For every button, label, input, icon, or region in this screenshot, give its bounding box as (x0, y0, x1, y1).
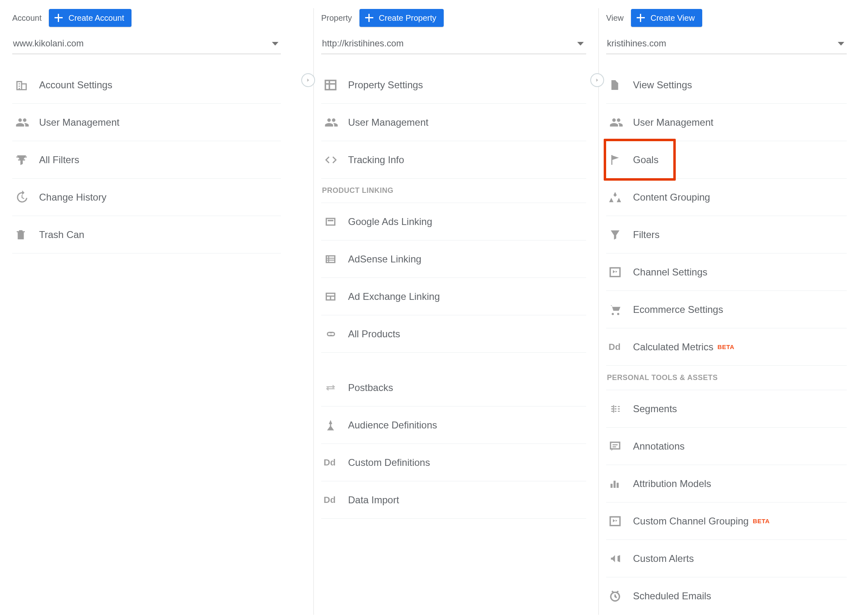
view-column-title: View (606, 13, 624, 23)
nav-label: Ecommerce Settings (633, 304, 723, 315)
nav-google-ads-linking[interactable]: Google Ads Linking (321, 203, 586, 240)
nav-label: Property Settings (348, 79, 423, 91)
channel-icon (609, 515, 633, 528)
nav-label: View Settings (633, 79, 692, 91)
flag-icon (609, 153, 633, 166)
grouping-icon (609, 190, 633, 204)
channel-icon (609, 266, 633, 279)
cart-icon (609, 303, 633, 316)
people-icon (609, 116, 633, 129)
nav-view-filters[interactable]: Filters (606, 216, 847, 253)
svg-rect-3 (326, 218, 335, 225)
property-column: Property Create Property http://kristihi… (313, 8, 586, 615)
view-selector[interactable]: kristihines.com (606, 34, 847, 54)
dd-icon: Dd (609, 342, 633, 352)
annotation-icon (609, 440, 633, 452)
nav-account-user-management[interactable]: User Management (12, 104, 281, 141)
nav-channel-settings[interactable]: Channel Settings (606, 253, 847, 291)
section-product-linking: PRODUCT LINKING (321, 179, 586, 203)
caret-down-icon (272, 42, 278, 46)
nav-label: Annotations (633, 441, 685, 452)
nav-label: Segments (633, 403, 677, 415)
nav-ad-exchange-linking[interactable]: Ad Exchange Linking (321, 278, 586, 315)
account-selector[interactable]: www.kikolani.com (12, 34, 281, 54)
nav-label: User Management (633, 117, 713, 128)
svg-rect-0 (325, 80, 336, 90)
nav-all-products[interactable]: All Products (321, 315, 586, 353)
create-property-button[interactable]: Create Property (359, 9, 444, 27)
plus-icon (364, 13, 374, 23)
svg-rect-16 (610, 268, 620, 276)
create-account-button[interactable]: Create Account (49, 9, 131, 27)
nav-view-user-management[interactable]: User Management (606, 104, 847, 141)
link-icon (324, 330, 348, 339)
arrows-icon (324, 382, 348, 394)
nav-scheduled-emails[interactable]: Scheduled Emails (606, 577, 847, 615)
property-column-title: Property (321, 13, 352, 23)
property-selector[interactable]: http://kristihines.com (321, 34, 586, 54)
nav-label: Trash Can (39, 229, 84, 240)
nav-account-settings[interactable]: Account Settings (12, 66, 281, 104)
svg-rect-23 (617, 483, 619, 488)
people-icon (15, 116, 39, 129)
nav-data-import[interactable]: Dd Data Import (321, 481, 586, 519)
nav-label: Postbacks (348, 382, 393, 393)
create-property-label: Create Property (379, 13, 436, 23)
nav-label: Attribution Models (633, 478, 711, 489)
audience-icon (324, 418, 348, 432)
expand-arrow-icon (590, 73, 604, 87)
nav-label: Calculated Metrics (633, 341, 713, 353)
account-column: Account Create Account www.kikolani.com … (12, 8, 281, 615)
nav-label: Audience Definitions (348, 419, 437, 431)
svg-rect-22 (613, 481, 615, 488)
funnel-icon (609, 228, 633, 241)
svg-rect-24 (610, 517, 620, 525)
nav-attribution-models[interactable]: Attribution Models (606, 465, 847, 502)
nav-view-settings[interactable]: View Settings (606, 66, 847, 104)
clock-icon (609, 590, 633, 603)
nav-audience-definitions[interactable]: Audience Definitions (321, 406, 586, 444)
nav-label: All Filters (39, 154, 79, 166)
funnel-icon (15, 153, 39, 167)
dd-icon: Dd (324, 457, 348, 468)
svg-rect-15 (329, 333, 333, 335)
nav-calculated-metrics[interactable]: Dd Calculated Metrics BETA (606, 328, 847, 366)
nav-label: Ad Exchange Linking (348, 291, 440, 302)
nav-custom-definitions[interactable]: Dd Custom Definitions (321, 444, 586, 481)
nav-label: Change History (39, 192, 106, 203)
nav-segments[interactable]: Segments (606, 390, 847, 428)
layout-icon (324, 78, 348, 92)
dd-icon: Dd (324, 495, 348, 505)
nav-property-user-management[interactable]: User Management (321, 104, 586, 141)
nav-account-trash-can[interactable]: Trash Can (12, 216, 281, 253)
nav-account-change-history[interactable]: Change History (12, 179, 281, 216)
nav-label: Channel Settings (633, 266, 707, 278)
nav-label: Goals (633, 154, 659, 166)
nav-label: Scheduled Emails (633, 590, 711, 602)
view-column: View Create View kristihines.com View Se… (598, 8, 847, 615)
account-selector-value: www.kikolani.com (13, 38, 84, 49)
property-selector-value: http://kristihines.com (322, 38, 404, 49)
nav-property-settings[interactable]: Property Settings (321, 66, 586, 104)
ad-exchange-icon (324, 291, 348, 302)
history-icon (15, 190, 39, 204)
nav-custom-channel-grouping[interactable]: Custom Channel Grouping BETA (606, 502, 847, 540)
create-view-button[interactable]: Create View (631, 9, 702, 27)
nav-label: All Products (348, 328, 400, 340)
nav-ecommerce-settings[interactable]: Ecommerce Settings (606, 291, 847, 328)
plus-icon (54, 13, 64, 23)
caret-down-icon (577, 42, 584, 46)
nav-annotations[interactable]: Annotations (606, 428, 847, 465)
svg-rect-21 (611, 484, 613, 488)
nav-adsense-linking[interactable]: AdSense Linking (321, 240, 586, 278)
nav-custom-alerts[interactable]: Custom Alerts (606, 540, 847, 577)
nav-label: Google Ads Linking (348, 216, 432, 227)
nav-postbacks[interactable]: Postbacks (321, 369, 586, 406)
nav-property-tracking-info[interactable]: Tracking Info (321, 141, 586, 179)
nav-content-grouping[interactable]: Content Grouping (606, 179, 847, 216)
view-selector-value: kristihines.com (607, 38, 666, 49)
nav-view-goals[interactable]: Goals (606, 141, 847, 179)
nav-label: User Management (39, 117, 119, 128)
nav-label: AdSense Linking (348, 253, 421, 265)
nav-account-all-filters[interactable]: All Filters (12, 141, 281, 179)
